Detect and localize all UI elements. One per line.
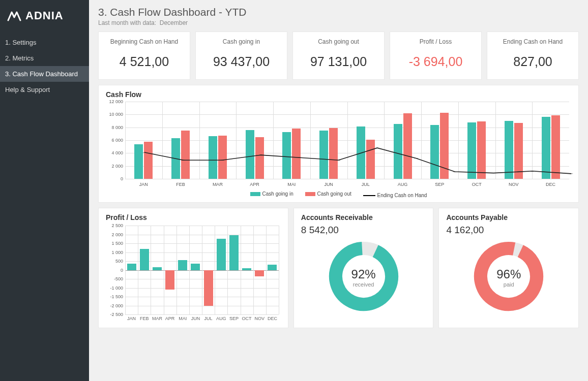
profit-loss-bar: [255, 270, 264, 276]
ap-title: Accounts Payable: [446, 213, 571, 221]
ap-donut-wrap: 96%paid: [446, 241, 571, 314]
x-axis-label: JUN: [189, 316, 202, 321]
svg-point-11: [569, 173, 573, 174]
x-axis-label: JAN: [139, 182, 148, 187]
kpi-value: 4 521,00: [103, 54, 186, 69]
x-axis-label: APR: [250, 182, 259, 187]
y-axis-label: 6 000: [106, 138, 123, 143]
ar-donut: 92%received: [328, 241, 399, 314]
ap-donut: 96%paid: [473, 241, 544, 314]
y-axis-label: 12 000: [106, 99, 123, 104]
x-axis-label: OCT: [472, 182, 482, 187]
logo: ADNIA: [0, 0, 89, 35]
logo-mark-icon: [7, 10, 21, 21]
main-content: 3. Cash Flow Dashboard - YTD Last month …: [89, 0, 588, 381]
profit-loss-bar: [242, 268, 251, 270]
accounts-payable-panel: Accounts Payable 4 162,00 96%paid: [438, 208, 579, 328]
x-axis-label: DEC: [546, 182, 555, 187]
donut-percent: 92%: [351, 267, 376, 281]
profit-loss-title: Profit / Loss: [106, 213, 281, 221]
logo-text: ADNIA: [25, 9, 64, 22]
y-axis-label: -1 000: [106, 285, 123, 291]
cash-flow-panel: Cash Flow 02 0004 0006 0008 00010 00012 …: [98, 85, 579, 203]
ar-donut-wrap: 92%received: [301, 241, 426, 314]
y-axis-label: 1 000: [106, 250, 123, 255]
kpi-row: Beginning Cash on Hand4 521,00Cash going…: [98, 31, 579, 80]
x-axis-label: FEB: [138, 316, 151, 321]
kpi-label: Cash going in: [200, 38, 283, 45]
y-axis-label: 2 500: [106, 223, 123, 228]
sidebar-item[interactable]: Help & Support: [0, 82, 89, 98]
x-axis-label: JUL: [362, 182, 370, 187]
profit-loss-bar: [140, 249, 149, 270]
kpi-label: Cash going out: [297, 38, 380, 45]
ar-title: Accounts Receivable: [301, 213, 426, 221]
cash-flow-legend: Cash going in Cash going out Ending Cash…: [106, 191, 571, 198]
sidebar-item[interactable]: 2. Metrics: [0, 50, 89, 66]
x-axis-label: SEP: [227, 316, 240, 321]
kpi-card: Beginning Cash on Hand4 521,00: [98, 31, 190, 80]
y-axis-label: 2 000: [106, 164, 123, 169]
x-axis-label: MAR: [213, 182, 223, 187]
kpi-card: Profit / Loss-3 694,00: [390, 31, 482, 80]
x-axis-label: DEC: [266, 316, 279, 321]
kpi-value: -3 694,00: [394, 54, 477, 69]
legend-label-in: Cash going in: [262, 191, 293, 197]
x-axis-label: AUG: [215, 316, 227, 321]
kpi-card: Ending Cash on Hand827,00: [487, 31, 579, 80]
profit-loss-bar: [165, 270, 174, 290]
x-axis-label: MAI: [287, 182, 296, 187]
y-axis-label: 8 000: [106, 125, 123, 130]
profit-loss-bar: [217, 239, 226, 270]
legend-line-icon: [363, 195, 375, 196]
legend-ending-cash: Ending Cash on Hand: [363, 193, 427, 198]
page-subtitle: Last month with data: December: [98, 19, 579, 26]
sidebar-item[interactable]: 3. Cash Flow Dashboard: [0, 66, 89, 82]
profit-loss-bar: [178, 260, 187, 270]
kpi-value: 827,00: [491, 54, 574, 69]
x-axis-label: OCT: [241, 316, 253, 321]
y-axis-label: -2 000: [106, 303, 123, 308]
profit-loss-bar: [127, 264, 136, 270]
profit-loss-bar: [229, 235, 239, 270]
legend-cash-out: Cash going out: [305, 191, 351, 197]
sidebar: ADNIA 1. Settings2. Metrics3. Cash Flow …: [0, 0, 89, 381]
bottom-row: Profit / Loss -2 500-2 000-1 500-1 000-5…: [98, 208, 579, 328]
profit-loss-bar: [268, 265, 277, 270]
legend-label-line: Ending Cash on Hand: [377, 193, 427, 198]
profit-loss-bar: [153, 267, 162, 270]
cash-flow-title: Cash Flow: [106, 90, 571, 99]
subtitle-prefix: Last month with data:: [98, 19, 156, 26]
x-axis-label: NOV: [253, 316, 266, 321]
accounts-receivable-panel: Accounts Receivable 8 542,00 92%received: [293, 208, 434, 328]
x-axis-label: APR: [164, 316, 177, 321]
profit-loss-chart: -2 500-2 000-1 500-1 000-50005001 0001 5…: [106, 225, 281, 324]
y-axis-label: -2 500: [106, 312, 123, 317]
x-axis-label: MAI: [177, 316, 189, 321]
donut-percent: 96%: [496, 267, 521, 281]
y-axis-label: 10 000: [106, 112, 123, 117]
subtitle-month: December: [160, 19, 188, 26]
y-axis-label: -500: [106, 276, 123, 281]
kpi-label: Profit / Loss: [394, 38, 477, 45]
page-title: 3. Cash Flow Dashboard - YTD: [98, 6, 579, 18]
x-axis-label: JAN: [125, 316, 138, 321]
profit-loss-bar: [191, 264, 200, 270]
kpi-value: 97 131,00: [297, 54, 380, 69]
legend-label-out: Cash going out: [317, 191, 351, 197]
y-axis-label: 1 500: [106, 241, 123, 246]
kpi-card: Cash going in93 437,00: [195, 31, 287, 80]
legend-cash-in: Cash going in: [250, 191, 293, 197]
profit-loss-bar: [204, 270, 213, 306]
y-axis-label: 0: [106, 268, 123, 273]
x-axis-label: SEP: [435, 182, 444, 187]
ap-amount: 4 162,00: [446, 225, 571, 236]
legend-swatch-in: [250, 192, 260, 196]
x-axis-label: JUL: [202, 316, 215, 321]
sidebar-item[interactable]: 1. Settings: [0, 35, 89, 50]
y-axis-label: 4 000: [106, 150, 123, 155]
y-axis-label: 0: [106, 176, 123, 181]
y-axis-label: 2 000: [106, 232, 123, 237]
donut-sublabel: received: [351, 281, 376, 288]
nav-list: 1. Settings2. Metrics3. Cash Flow Dashbo…: [0, 35, 89, 98]
